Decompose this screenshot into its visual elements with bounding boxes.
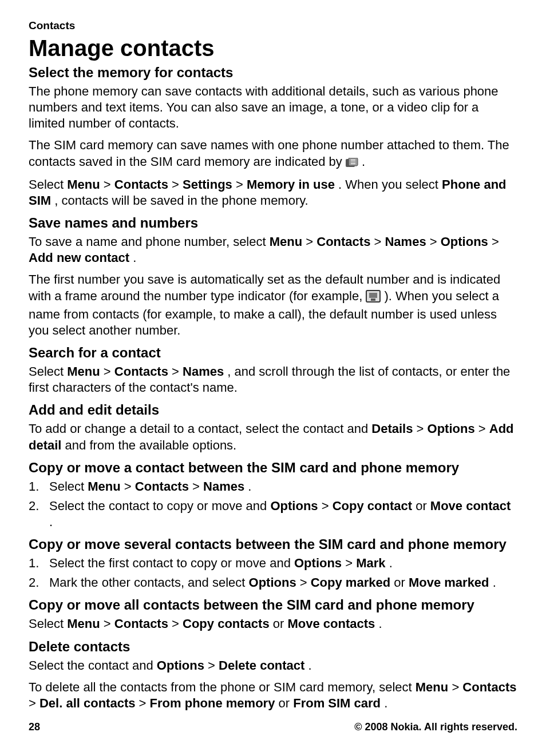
svg-rect-7 [369, 293, 377, 298]
nav-options: Options [294, 556, 342, 570]
nav-options: Options [441, 234, 488, 249]
nav-contacts: Contacts [462, 680, 516, 694]
separator: > [104, 177, 114, 192]
text: . [362, 154, 365, 169]
nav-contacts: Contacts [114, 364, 168, 379]
nav-names: Names [183, 364, 224, 379]
phone-number-type-icon [366, 290, 381, 307]
text: . [248, 479, 251, 494]
nav-from-phone-memory: From phone memory [150, 696, 275, 710]
nav-copy-contact: Copy contact [333, 499, 412, 513]
text: . [133, 250, 136, 265]
separator: > [417, 421, 428, 436]
section-label: Contacts [29, 19, 517, 32]
nav-copy-contacts: Copy contacts [183, 616, 270, 631]
nav-contacts: Contacts [316, 234, 370, 249]
text: The SIM card memory can save names with … [29, 138, 509, 168]
list-item: 1. Select the first contact to copy or m… [29, 555, 517, 571]
nav-menu: Menu [67, 177, 100, 192]
text: and from the available options. [65, 438, 237, 452]
nav-from-sim-card: From SIM card [293, 696, 381, 710]
separator: > [345, 556, 356, 570]
separator: > [29, 696, 39, 710]
text: . When you select [338, 177, 442, 192]
text: To delete all the contacts from the phon… [29, 680, 416, 694]
heading-copy-move-several: Copy or move several contacts between th… [29, 536, 517, 553]
list-number: 2. [29, 498, 46, 514]
paragraph: The SIM card memory can save names with … [29, 137, 517, 170]
page-number: 28 [29, 721, 40, 733]
text: . [493, 575, 496, 590]
heading-add-edit-details: Add and edit details [29, 401, 517, 419]
separator: > [478, 421, 489, 436]
nav-del-all-contacts: Del. all contacts [39, 696, 136, 710]
heading-search-contact: Search for a contact [29, 344, 517, 361]
nav-contacts: Contacts [114, 177, 168, 192]
nav-names: Names [203, 479, 244, 494]
separator: > [124, 479, 135, 494]
separator: > [236, 177, 247, 192]
separator: > [208, 658, 219, 673]
nav-options: Options [428, 421, 475, 436]
page-footer: 28 © 2008 Nokia. All rights reserved. [29, 721, 517, 733]
nav-options: Options [249, 575, 296, 590]
nav-options: Options [157, 658, 204, 673]
text: or [273, 616, 288, 631]
nav-details: Details [371, 421, 413, 436]
list-item: 1. Select Menu > Contacts > Names . [29, 479, 517, 495]
nav-memory-in-use: Memory in use [247, 177, 335, 192]
paragraph: The first number you save is automatical… [29, 272, 517, 339]
separator: > [430, 234, 441, 249]
separator: > [172, 616, 183, 631]
paragraph: To add or change a detail to a contact, … [29, 421, 517, 453]
paragraph: Select the contact and Options > Delete … [29, 658, 517, 674]
svg-rect-8 [371, 299, 375, 301]
text: . [308, 658, 312, 673]
text: or [394, 575, 409, 590]
list-item: 2. Select the contact to copy or move an… [29, 498, 517, 530]
separator: > [452, 680, 462, 694]
separator: > [492, 234, 499, 249]
list-number: 1. [29, 479, 46, 495]
nav-contacts: Contacts [114, 616, 168, 631]
ordered-list: 1. Select Menu > Contacts > Names . 2. S… [29, 479, 517, 530]
separator: > [306, 234, 316, 249]
text: . [49, 515, 53, 529]
text: Select the contact and [29, 658, 157, 673]
list-number: 2. [29, 575, 46, 591]
nav-move-marked: Move marked [409, 575, 489, 590]
nav-settings: Settings [183, 177, 232, 192]
nav-delete-contact: Delete contact [219, 658, 304, 673]
separator: > [172, 364, 183, 379]
page-title: Manage contacts [29, 35, 517, 61]
nav-contacts: Contacts [135, 479, 189, 494]
copyright: © 2008 Nokia. All rights reserved. [354, 721, 517, 733]
text: or [279, 696, 294, 710]
nav-menu: Menu [67, 364, 100, 379]
nav-menu: Menu [67, 616, 100, 631]
text: Select [29, 364, 67, 379]
separator: > [139, 696, 150, 710]
paragraph: The phone memory can save contacts with … [29, 83, 517, 132]
nav-mark: Mark [356, 556, 385, 570]
nav-options: Options [270, 499, 318, 513]
text: To save a name and phone number, select [29, 234, 270, 249]
nav-move-contacts: Move contacts [287, 616, 375, 631]
nav-add-new-contact: Add new contact [29, 250, 129, 265]
separator: > [374, 234, 385, 249]
text: Select [49, 479, 88, 494]
list-item: 2. Mark the other contacts, and select O… [29, 575, 517, 591]
text: . [389, 556, 393, 570]
text: , and scroll through the list of contact… [29, 364, 510, 395]
text: . [378, 616, 382, 631]
heading-delete-contacts: Delete contacts [29, 638, 517, 655]
text: , contacts will be saved in the phone me… [54, 193, 308, 208]
list-number: 1. [29, 555, 46, 571]
paragraph: To delete all the contacts from the phon… [29, 679, 517, 711]
ordered-list: 1. Select the first contact to copy or m… [29, 555, 517, 591]
separator: > [172, 177, 183, 192]
text: Select [29, 616, 67, 631]
separator: > [104, 364, 114, 379]
nav-menu: Menu [416, 680, 448, 694]
separator: > [322, 499, 333, 513]
